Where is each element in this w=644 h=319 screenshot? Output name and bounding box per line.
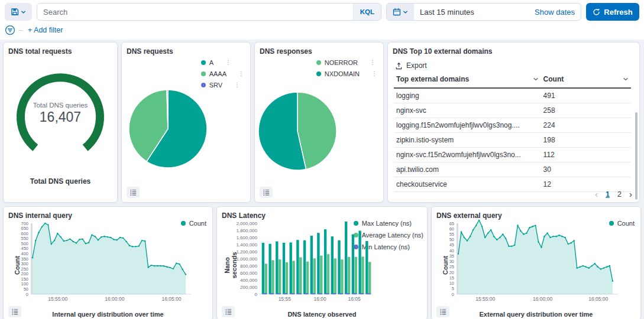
legend-label: NXDOMAIN [325,70,360,77]
legend-toggle-button[interactable] [260,187,273,198]
refresh-button[interactable]: Refresh [586,3,639,21]
x-axis-label: Internal query distribution over time [52,311,163,318]
external-query-chart[interactable]: 0510152025303540455055606515:55:0016:00:… [441,220,619,305]
svg-text:15:55:00: 15:55:00 [475,296,495,302]
svg-text:1,200,000: 1,200,000 [236,249,257,255]
domains-table: Top external domains Count [394,71,631,192]
svg-text:1,000,000: 1,000,000 [236,256,257,262]
legend-dot-icon [201,71,206,76]
search-input[interactable] [37,4,353,20]
legend-item-aaaa[interactable]: AAAA⋮ [201,70,244,77]
add-filter-link[interactable]: + Add filter [28,26,63,34]
chevron-down-icon [403,9,408,15]
svg-text:50: 50 [24,287,28,292]
list-icon [225,308,232,315]
pagination-page-2[interactable]: 2 [617,190,622,198]
legend-toggle-button[interactable] [436,306,449,317]
responses-legend: NOERROR⋮NXDOMAIN⋮ [316,59,377,77]
panel-title: DNS Top 10 external domains [393,47,635,56]
legend-dot-icon [201,83,206,87]
domain-cell: zipkin.istio-system [394,133,541,148]
legend-dot-icon [316,71,321,76]
svg-text:2,000,000: 2,000,000 [236,221,257,226]
responses-pie-chart[interactable] [256,90,339,175]
panel-dns-external-query: DNS external query Count Count 051015202… [431,206,641,319]
domain-cell: checkoutservice [394,177,541,192]
export-label: Export [406,61,427,70]
query-bar: KQL Last 15 minutes Show dates [5,3,639,21]
svg-text:45: 45 [449,242,454,248]
legend-menu-icon[interactable]: ⋮ [238,71,244,77]
time-range-value[interactable]: Last 15 minutes [414,4,535,20]
latency-chart[interactable]: 0200,000400,000600,000800,0001,000,0001,… [226,220,373,305]
panel-title: DNS Latency [222,211,422,220]
legend-item-nxdomain[interactable]: NXDOMAIN⋮ [316,70,377,77]
svg-text:200,000: 200,000 [240,285,257,290]
filter-icon[interactable] [5,25,15,35]
legend-label: Count [189,220,206,227]
legend-label: A [209,59,213,66]
show-dates-link[interactable]: Show dates [535,4,581,20]
pagination-next-icon[interactable]: › [629,190,632,198]
kql-language-button[interactable]: KQL [353,4,381,20]
chevron-down-icon [21,9,26,15]
legend-item-noerror[interactable]: NOERROR⋮ [316,59,377,66]
gauge-center-label: Total DNS queries [33,102,88,109]
table-scrollbar[interactable] [635,112,637,200]
legend-menu-icon[interactable]: ⋮ [225,60,231,66]
save-icon [11,8,19,16]
column-header-count[interactable]: Count [541,71,631,88]
column-label: Top external domains [396,75,469,83]
svg-text:0: 0 [452,292,454,297]
table-row[interactable]: logging.f15n2womfujehfjlwv0lgs3nog....22… [394,118,631,133]
svg-text:30: 30 [449,259,454,264]
svg-text:700: 700 [21,221,28,226]
legend-menu-icon[interactable]: ⋮ [234,82,240,88]
legend-dot-icon [201,60,206,65]
search-bar: KQL [37,3,381,21]
saved-query-menu-button[interactable] [5,3,32,21]
refresh-label: Refresh [604,8,632,17]
pagination-prev-icon[interactable]: ‹ [595,190,598,198]
chevron-down-icon[interactable] [533,76,539,82]
svg-text:600,000: 600,000 [240,271,257,276]
table-row[interactable]: zipkin.istio-system198 [394,133,631,148]
table-row[interactable]: nginx-svc.f15n2womfujehfjlwv0lgs3no...11… [394,148,631,162]
date-picker: Last 15 minutes Show dates [386,3,581,21]
table-row[interactable]: api.twilio.com30 [394,162,631,177]
chart-canvas: 0200,000400,000600,000800,0001,000,0001,… [226,220,373,302]
legend-menu-icon[interactable]: ⋮ [371,71,377,77]
list-icon [130,188,137,196]
date-quick-select-button[interactable] [387,4,414,20]
filter-divider [18,30,22,31]
x-axis-label: DNS latency observed [287,311,356,318]
legend-label: SRV [209,82,222,89]
svg-text:50: 50 [449,237,454,242]
legend-toggle-button[interactable] [222,306,235,317]
table-row[interactable]: nginx-svc258 [394,103,631,118]
internal-query-chart[interactable]: 0501001502002503003504004505005506006507… [13,220,192,305]
svg-text:25: 25 [449,264,454,269]
requests-pie-chart[interactable] [127,87,209,172]
legend-menu-icon[interactable]: ⋮ [370,60,376,66]
svg-text:0: 0 [255,292,258,297]
chevron-down-icon[interactable] [623,76,629,82]
legend-toggle-button[interactable] [8,306,21,317]
export-button[interactable]: Export [395,61,635,70]
count-cell: 491 [541,88,631,103]
legend-item-a[interactable]: A⋮ [201,59,244,66]
domain-cell: nginx-svc [394,103,541,118]
legend-toggle-button[interactable] [127,187,140,198]
svg-text:16:00:00: 16:00:00 [533,296,552,302]
svg-text:200: 200 [21,271,28,276]
legend-label: AAAA [209,70,226,77]
pagination-page-1[interactable]: 1 [606,190,610,198]
column-header-domain[interactable]: Top external domains [394,71,541,88]
list-icon [11,308,19,315]
table-row[interactable]: logging491 [394,88,631,103]
chart-canvas [256,90,339,172]
svg-text:5: 5 [452,286,454,291]
list-icon [439,308,447,315]
count-cell: 30 [541,162,631,177]
svg-text:16:05: 16:05 [348,296,361,302]
